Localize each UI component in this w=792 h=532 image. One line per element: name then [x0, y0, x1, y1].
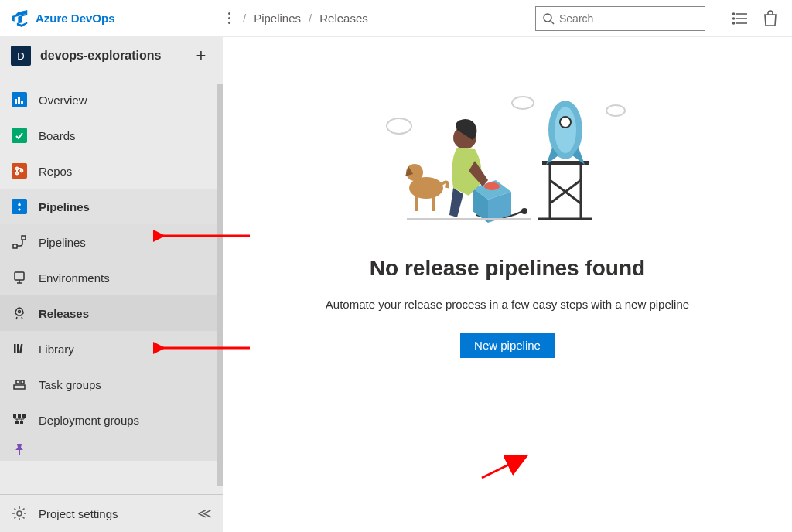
- project-row[interactable]: D devops-explorations +: [0, 37, 223, 74]
- sidebar-item-pipelines[interactable]: Pipelines: [0, 224, 223, 260]
- svg-rect-25: [21, 380, 24, 384]
- sidebar-item-label: Pipelines: [39, 236, 86, 249]
- svg-point-50: [560, 117, 571, 128]
- scrollbar[interactable]: [217, 84, 223, 486]
- annotation-arrow: [478, 451, 532, 482]
- svg-point-51: [521, 208, 527, 214]
- empty-state: No release pipelines found Automate your…: [299, 234, 716, 358]
- empty-state-subtitle: Automate your release process in a few e…: [299, 298, 716, 311]
- breadcrumb: / Pipelines / Releases: [243, 12, 535, 25]
- sidebar-item-label: Library: [39, 343, 74, 356]
- search-box[interactable]: [535, 6, 705, 31]
- content: No release pipelines found Automate your…: [223, 37, 792, 532]
- list-view-icon[interactable]: [732, 9, 750, 28]
- svg-rect-15: [22, 236, 26, 240]
- overview-icon: [11, 91, 28, 108]
- svg-point-38: [17, 511, 22, 516]
- releases-icon: [11, 305, 28, 322]
- pipelines-icon: [11, 198, 28, 215]
- breadcrumb-separator: /: [309, 12, 312, 25]
- sidebar-item-library[interactable]: Library: [0, 331, 223, 367]
- svg-point-0: [544, 14, 551, 22]
- svg-point-49: [555, 107, 576, 153]
- project-name: devops-explorations: [40, 49, 190, 63]
- svg-rect-29: [15, 421, 19, 424]
- boards-icon: [11, 127, 28, 144]
- sidebar-item-label: Overview: [39, 94, 87, 107]
- svg-rect-28: [22, 414, 26, 418]
- sidebar-item-label: Project settings: [39, 507, 118, 520]
- svg-rect-8: [15, 99, 17, 104]
- add-button[interactable]: +: [190, 46, 212, 66]
- sidebar-item-label: Repos: [39, 165, 72, 178]
- svg-point-40: [606, 105, 625, 116]
- svg-rect-24: [16, 380, 19, 384]
- svg-point-12: [16, 172, 19, 175]
- sidebar-item-label: Task groups: [39, 378, 101, 391]
- sidebar-item-label: Environments: [39, 271, 110, 285]
- sidebar: D devops-explorations + Overview Boards …: [0, 37, 223, 532]
- pin-icon: [11, 441, 28, 458]
- svg-point-41: [512, 97, 534, 109]
- sidebar-item-label: Releases: [39, 307, 89, 320]
- collapse-chevron-icon[interactable]: ≪: [197, 505, 212, 522]
- svg-point-6: [733, 18, 735, 19]
- taskgroups-icon: [11, 376, 28, 393]
- svg-rect-37: [19, 450, 20, 455]
- brand-text: Azure DevOps: [36, 12, 115, 25]
- deploymentgroups-icon: [11, 411, 28, 428]
- svg-rect-20: [14, 344, 16, 353]
- svg-line-1: [551, 21, 554, 24]
- azure-devops-logo-icon: [12, 10, 29, 27]
- svg-point-5: [733, 13, 735, 15]
- svg-rect-57: [432, 194, 435, 211]
- breadcrumb-releases[interactable]: Releases: [319, 12, 368, 25]
- gear-icon: [11, 505, 28, 522]
- svg-point-11: [16, 168, 19, 170]
- svg-point-52: [484, 182, 500, 190]
- empty-illustration: [384, 87, 631, 227]
- sidebar-item-pipelines-section[interactable]: Pipelines: [0, 189, 223, 224]
- header: Azure DevOps / Pipelines / Releases: [0, 0, 792, 37]
- sidebar-item-boards[interactable]: Boards: [0, 118, 223, 153]
- nav: Overview Boards Repos Pipelines Pipeline…: [0, 82, 223, 494]
- breadcrumb-separator: /: [243, 12, 246, 25]
- sidebar-bottom: Project settings ≪: [0, 494, 223, 532]
- shopping-bag-icon[interactable]: [761, 9, 780, 28]
- svg-rect-23: [14, 385, 25, 389]
- svg-rect-21: [17, 344, 19, 353]
- sidebar-item-deploymentgroups[interactable]: Deployment groups: [0, 402, 223, 438]
- svg-point-7: [733, 22, 735, 24]
- sidebar-item-repos[interactable]: Repos: [0, 153, 223, 189]
- sidebar-item-truncated[interactable]: [0, 438, 223, 461]
- svg-point-19: [19, 311, 21, 313]
- brand-area[interactable]: Azure DevOps: [12, 10, 221, 27]
- svg-rect-16: [15, 272, 24, 280]
- sidebar-item-label: Deployment groups: [39, 414, 139, 427]
- sidebar-item-label: Boards: [39, 129, 76, 142]
- sidebar-item-overview[interactable]: Overview: [0, 82, 223, 118]
- sidebar-item-environments[interactable]: Environments: [0, 260, 223, 295]
- repos-icon: [11, 162, 28, 179]
- pipelines-sub-icon: [11, 234, 28, 251]
- sidebar-item-taskgroups[interactable]: Task groups: [0, 367, 223, 402]
- search-icon: [542, 12, 555, 25]
- search-input[interactable]: [559, 12, 698, 25]
- svg-rect-22: [19, 344, 23, 353]
- svg-rect-56: [415, 194, 418, 211]
- sidebar-item-settings[interactable]: Project settings ≪: [0, 495, 223, 532]
- svg-rect-30: [20, 421, 23, 424]
- svg-point-39: [387, 118, 411, 134]
- svg-rect-27: [18, 414, 21, 418]
- svg-rect-14: [13, 244, 17, 248]
- empty-state-title: No release pipelines found: [299, 256, 716, 281]
- kebab-menu-icon[interactable]: [221, 8, 237, 29]
- sidebar-item-releases[interactable]: Releases: [0, 295, 223, 331]
- svg-rect-26: [13, 414, 16, 418]
- environments-icon: [11, 269, 28, 286]
- new-pipeline-button[interactable]: New pipeline: [460, 332, 555, 358]
- breadcrumb-pipelines[interactable]: Pipelines: [254, 12, 301, 25]
- svg-line-61: [482, 457, 524, 478]
- project-avatar: D: [11, 46, 31, 66]
- sidebar-item-label: Pipelines: [39, 200, 90, 213]
